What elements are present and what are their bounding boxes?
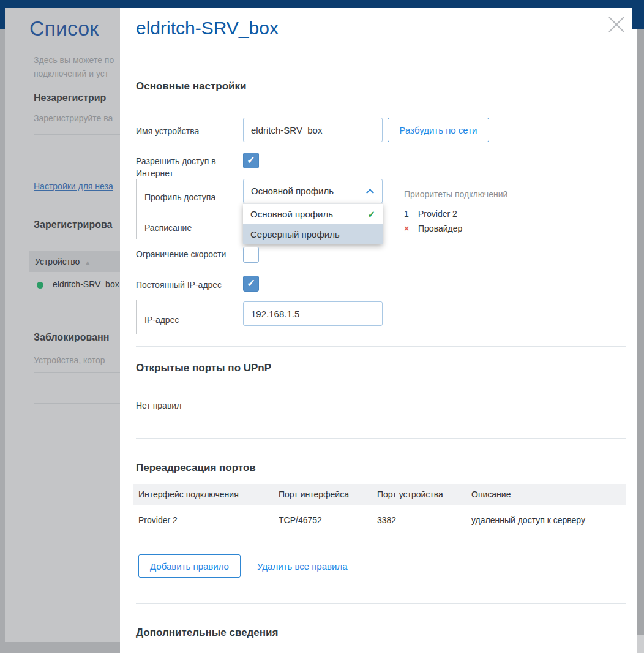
blocked-text: Устройства, котор (34, 355, 105, 365)
wake-on-lan-button[interactable]: Разбудить по сети (388, 118, 489, 142)
dropdown-option-server[interactable]: Серверный профиль (243, 224, 383, 244)
internet-access-label: Разрешить доступ в Интернет (136, 155, 237, 179)
page-title: Список (29, 17, 99, 40)
page-description-line1: Здесь вы можете по (34, 53, 114, 67)
close-icon[interactable] (605, 13, 628, 36)
device-column-header[interactable]: Устройство▲ (35, 251, 91, 273)
priority-item: 1Provider 2 (404, 209, 457, 219)
column-header: Порт устройства (377, 489, 471, 499)
static-ip-label: Постоянный IP-адрес (136, 279, 258, 291)
delete-all-rules-link[interactable]: Удалить все правила (257, 561, 348, 572)
indent-line (136, 179, 137, 239)
table-row[interactable]: Provider 2 TCP/46752 3382 удаленный дост… (133, 505, 626, 535)
access-profile-label: Профиль доступа (144, 191, 215, 203)
priority-item: ×Провайдер (404, 224, 462, 233)
priority-name: Провайдер (418, 224, 462, 233)
registered-heading: Зарегистрирова (34, 219, 113, 230)
page-description: Здесь вы можете по подключений и уст (34, 53, 114, 80)
ip-address-input[interactable] (243, 301, 383, 326)
dropdown-option-main[interactable]: Основной профиль ✓ (243, 204, 383, 224)
cell-device-port: 3382 (377, 515, 471, 525)
static-ip-checkbox[interactable]: ✓ (243, 276, 259, 292)
schedule-label: Расписание (144, 222, 192, 234)
unregistered-settings-link[interactable]: Настройки для неза (34, 181, 113, 191)
indent-line (136, 300, 137, 334)
access-profile-select[interactable]: Основной профиль (243, 179, 383, 203)
cell-description: удаленный доступ к серверу (471, 515, 626, 525)
column-header: Интерфейс подключения (133, 489, 279, 499)
additional-info-heading: Дополнительные сведения (136, 627, 278, 639)
cell-interface: Provider 2 (133, 515, 279, 525)
add-rule-button[interactable]: Добавить правило (138, 554, 241, 578)
port-forwarding-actions: Добавить правило Удалить все правила (138, 554, 348, 578)
priority-rank: 1 (404, 209, 418, 219)
check-icon: ✓ (247, 277, 255, 289)
online-status-icon (37, 282, 43, 289)
page-scrollbar[interactable] (637, 29, 644, 653)
sort-asc-icon: ▲ (84, 259, 91, 266)
internet-access-checkbox[interactable]: ✓ (243, 153, 259, 168)
unregistered-heading: Незарегистрир (34, 92, 106, 104)
navbar-corner (632, 0, 644, 29)
column-header: Описание (471, 489, 626, 499)
page-description-line2: подключений и уст (34, 67, 114, 80)
section-divider (136, 603, 626, 604)
selected-check-icon: ✓ (367, 204, 375, 224)
speed-limit-checkbox[interactable] (243, 247, 259, 263)
modal-title: eldritch-SRV_box (136, 18, 279, 39)
port-forwarding-table: Интерфейс подключения Порт интерфейса По… (133, 484, 626, 535)
section-divider (136, 346, 626, 347)
cell-interface-port: TCP/46752 (279, 515, 377, 525)
port-forwarding-heading: Переадресация портов (136, 462, 256, 474)
table-header-row: Интерфейс подключения Порт интерфейса По… (133, 484, 626, 505)
device-details-modal: eldritch-SRV_box Основные настройки Имя … (120, 8, 639, 653)
scrollbar-thumb[interactable] (637, 29, 644, 635)
upnp-empty-text: Нет правил (136, 401, 181, 410)
access-profile-dropdown: Основной профиль ✓ Серверный профиль (243, 203, 383, 244)
app-viewport: Список Здесь вы можете по подключений и … (0, 0, 644, 653)
unregistered-text: Зарегистрируйте ва (34, 113, 113, 123)
priority-cross-icon: × (404, 224, 418, 233)
upnp-heading: Открытые порты по UPnP (136, 362, 271, 374)
device-row-name: eldritch-SRV_box (53, 279, 119, 289)
column-header: Порт интерфейса (279, 489, 377, 499)
device-name-label: Имя устройства (136, 125, 199, 137)
access-profile-value: Основной профиль (251, 179, 334, 203)
ip-address-label: IP-адрес (144, 314, 179, 326)
chevron-up-icon (366, 189, 374, 197)
blocked-heading: Заблокированн (34, 332, 109, 343)
priorities-heading: Приоритеты подключений (404, 189, 507, 199)
section-divider (136, 438, 626, 439)
device-name-input[interactable] (243, 118, 383, 142)
priority-name: Provider 2 (418, 209, 457, 219)
check-icon: ✓ (247, 154, 255, 166)
general-settings-heading: Основные настройки (136, 80, 246, 92)
speed-limit-label: Ограничение скорости (136, 248, 228, 260)
